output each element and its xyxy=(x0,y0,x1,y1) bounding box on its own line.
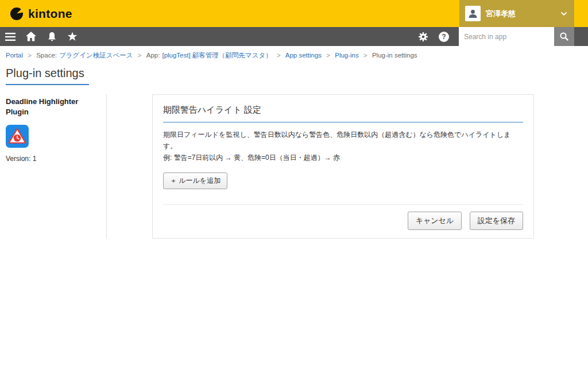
cancel-button[interactable]: キャンセル xyxy=(408,212,462,230)
breadcrumb-app-settings[interactable]: App settings xyxy=(285,52,322,59)
breadcrumb-separator: > xyxy=(28,52,32,59)
breadcrumb: Portal > Space:プラグイン検証スペース > App:[plugTe… xyxy=(0,46,588,62)
save-settings-button[interactable]: 設定を保存 xyxy=(470,212,523,230)
kintone-logo[interactable]: kintone xyxy=(0,6,72,21)
breadcrumb-space[interactable]: プラグイン検証スペース xyxy=(59,52,133,59)
breadcrumb-separator: > xyxy=(138,52,142,59)
chevron-down-icon xyxy=(560,12,568,16)
home-icon[interactable] xyxy=(21,27,41,46)
help-glyph: ? xyxy=(439,32,449,42)
settings-description: 期限日フィールドを監視し、警告日数以内なら警告色、危険日数以内（超過含む）なら危… xyxy=(163,129,523,163)
page-title: Plug-in settings xyxy=(6,67,89,85)
breadcrumb-separator: > xyxy=(363,52,368,59)
breadcrumb-app[interactable]: [plugTest] 顧客管理（顧問先マスタ） xyxy=(162,52,272,59)
user-menu[interactable]: 宮澤孝慈 xyxy=(459,0,574,27)
breadcrumb-plugins[interactable]: Plug-ins xyxy=(335,52,359,59)
settings-card: 期限警告ハイライト 設定 期限日フィールドを監視し、警告日数以内なら警告色、危険… xyxy=(152,94,534,239)
content: Deadline Highlighter Plugin Version: 1 期… xyxy=(0,85,588,239)
breadcrumb-current: Plug-in settings xyxy=(372,52,417,59)
toolbar-right: ? xyxy=(413,27,588,46)
favorites-star-icon[interactable] xyxy=(62,27,83,46)
search-button[interactable] xyxy=(554,27,574,46)
settings-description-line2: 例: 警告=7日前以内 → 黄、危険=0日（当日・超過）→ 赤 xyxy=(163,152,523,164)
toolbar: ? xyxy=(0,27,588,46)
breadcrumb-portal[interactable]: Portal xyxy=(6,52,23,59)
plugin-version: Version: 1 xyxy=(6,155,102,163)
help-icon[interactable]: ? xyxy=(434,27,454,46)
brand-header: kintone 宮澤孝慈 xyxy=(0,0,588,27)
plugin-sidebar: Deadline Highlighter Plugin Version: 1 xyxy=(0,94,107,239)
kintone-logo-icon xyxy=(9,6,24,21)
breadcrumb-app-prefix: App: xyxy=(146,52,160,59)
settings-card-title: 期限警告ハイライト 設定 xyxy=(163,105,523,122)
plugin-name: Deadline Highlighter Plugin xyxy=(6,97,102,117)
breadcrumb-separator: > xyxy=(277,52,281,59)
app-search xyxy=(459,27,574,46)
plugin-warning-clock-icon xyxy=(6,125,29,148)
search-input[interactable] xyxy=(459,27,554,46)
main-panel: 期限警告ハイライト 設定 期限日フィールドを監視し、警告日数以内なら警告色、危険… xyxy=(152,94,534,239)
user-avatar-icon xyxy=(465,6,481,21)
breadcrumb-separator: > xyxy=(326,52,330,59)
breadcrumb-space-prefix: Space: xyxy=(36,52,57,59)
notifications-bell-icon[interactable] xyxy=(41,27,62,46)
search-icon xyxy=(559,32,569,41)
title-row: Plug-in settings xyxy=(0,62,588,85)
settings-description-line1: 期限日フィールドを監視し、警告日数以内なら警告色、危険日数以内（超過含む）なら危… xyxy=(163,129,523,152)
kintone-logo-text: kintone xyxy=(28,7,72,21)
settings-gear-icon[interactable] xyxy=(413,27,434,46)
card-footer: キャンセル 設定を保存 xyxy=(163,205,523,230)
add-rule-button[interactable]: ＋ ルールを追加 xyxy=(163,172,227,189)
menu-hamburger-icon[interactable] xyxy=(0,27,21,46)
user-name: 宮澤孝慈 xyxy=(486,9,560,19)
